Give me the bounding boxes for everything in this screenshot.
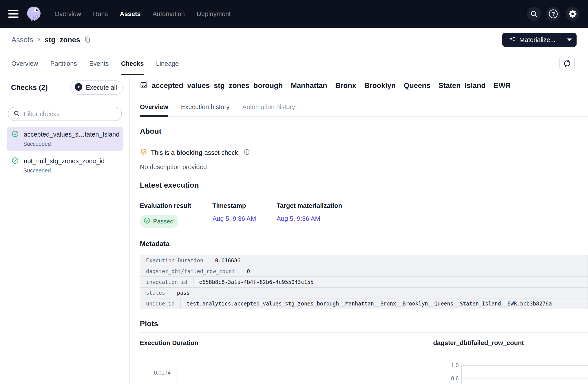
dagster-app: Overview Runs Assets Automation Deployme… bbox=[0, 0, 588, 384]
top-nav: Overview Runs Assets Automation Deployme… bbox=[0, 0, 588, 28]
metadata-row: Execution Duration 0.016686 bbox=[140, 255, 588, 266]
chart-title: Execution Duration bbox=[140, 339, 424, 347]
tab-overview[interactable]: Overview bbox=[11, 52, 38, 75]
breadcrumb-bar: Assets › stg_zones Mater bbox=[0, 28, 588, 52]
gridline bbox=[177, 373, 416, 373]
gridline bbox=[296, 364, 296, 384]
metadata-value: 0 bbox=[241, 266, 588, 277]
asset-check-icon bbox=[140, 81, 147, 90]
failed-row-count-chart: dagster_dbt/failed_row_count 1.0 0.6 bbox=[433, 339, 588, 384]
gridline bbox=[461, 365, 588, 366]
checks-count-heading: Checks (2) bbox=[11, 83, 48, 92]
metadata-key: status bbox=[140, 288, 171, 298]
materialize-split-button: Materialize... bbox=[502, 33, 577, 47]
blocking-check-row: This is a blocking asset check. bbox=[140, 148, 588, 157]
metadata-key: dagster_dbt/failed_row_count bbox=[140, 266, 241, 277]
about-heading: About bbox=[140, 127, 588, 135]
y-axis-tick: 0.0174 bbox=[140, 369, 171, 376]
checks-sidebar: Checks (2) Execute all bbox=[0, 75, 130, 384]
metadata-value: 0.016686 bbox=[209, 255, 588, 266]
gear-icon bbox=[568, 9, 577, 19]
info-icon[interactable] bbox=[243, 149, 250, 157]
nav-item-overview[interactable]: Overview bbox=[55, 10, 81, 18]
metadata-row: invocation_id e658b8c8-3a1a-4b4f-82b6-4c… bbox=[140, 277, 588, 288]
execution-duration-chart: Execution Duration 0.0174 bbox=[140, 339, 424, 384]
nav-item-runs[interactable]: Runs bbox=[93, 10, 108, 18]
search-button[interactable] bbox=[527, 7, 541, 21]
execute-all-label: Execute all bbox=[86, 84, 117, 91]
metadata-key: unique_id bbox=[140, 299, 181, 309]
check-name: accepted_values_s…taten_Island_ bbox=[24, 131, 119, 138]
target-materialization-link[interactable]: Aug 5, 9:36 AM bbox=[277, 215, 320, 222]
timestamp-header: Timestamp bbox=[212, 202, 277, 209]
refresh-button[interactable] bbox=[559, 56, 575, 71]
breadcrumb-assets-link[interactable]: Assets bbox=[11, 36, 33, 44]
check-success-icon bbox=[11, 130, 19, 139]
filter-checks-input[interactable] bbox=[24, 110, 117, 118]
metadata-table: Execution Duration 0.016686 dagster_dbt/… bbox=[140, 255, 588, 309]
section-divider bbox=[140, 194, 588, 194]
metadata-key: invocation_id bbox=[140, 277, 193, 287]
main-nav-links: Overview Runs Assets Automation Deployme… bbox=[55, 10, 231, 18]
tab-automation-history[interactable]: Automation history bbox=[242, 103, 295, 116]
tab-checks[interactable]: Checks bbox=[121, 52, 144, 75]
nav-item-deployment[interactable]: Deployment bbox=[197, 10, 231, 18]
metadata-key: Execution Duration bbox=[140, 255, 209, 266]
checks-list: accepted_values_s…taten_Island_ Succeede… bbox=[0, 100, 129, 178]
search-icon bbox=[530, 10, 538, 18]
section-divider bbox=[140, 140, 588, 140]
hamburger-menu-button[interactable] bbox=[8, 10, 19, 18]
section-divider bbox=[140, 332, 588, 333]
play-icon bbox=[74, 83, 83, 93]
materialize-dropdown-button[interactable] bbox=[562, 33, 577, 47]
y-axis-tick: 1.0 bbox=[433, 362, 459, 368]
check-list-item-accepted-values[interactable]: accepted_values_s…taten_Island_ Succeede… bbox=[7, 127, 123, 151]
check-detail-panel: accepted_values_stg_zones_borough__Manha… bbox=[130, 75, 588, 384]
detail-tab-bar: Overview Execution history Automation hi… bbox=[140, 103, 588, 117]
nav-item-assets[interactable]: Assets bbox=[120, 10, 141, 18]
tab-events[interactable]: Events bbox=[89, 52, 109, 75]
metadata-heading: Metadata bbox=[140, 240, 588, 248]
check-title: accepted_values_stg_zones_borough__Manha… bbox=[152, 81, 511, 90]
copy-button[interactable] bbox=[84, 36, 91, 44]
target-materialization-header: Target materialization bbox=[277, 202, 342, 209]
check-status: Succeeded bbox=[23, 141, 119, 147]
tab-lineage[interactable]: Lineage bbox=[156, 52, 179, 75]
plots-row: Execution Duration 0.0174 dagster_dbt/fa… bbox=[140, 339, 588, 384]
asset-tab-bar: Overview Partitions Events Checks Lineag… bbox=[0, 52, 588, 75]
dagster-logo-icon[interactable] bbox=[25, 5, 43, 23]
execute-all-button[interactable]: Execute all bbox=[70, 81, 124, 95]
content-area: Checks (2) Execute all bbox=[0, 75, 588, 384]
help-icon: ? bbox=[549, 9, 558, 18]
sparkle-icon bbox=[508, 35, 516, 44]
gridline bbox=[461, 379, 588, 379]
metadata-value: e658b8c8-3a1a-4b4f-82b6-4c955043c155 bbox=[193, 277, 588, 287]
metadata-row: dagster_dbt/failed_row_count 0 bbox=[140, 266, 588, 277]
tab-partitions[interactable]: Partitions bbox=[50, 52, 77, 75]
check-name: not_null_stg_zones_zone_id bbox=[24, 157, 105, 165]
plots-heading: Plots bbox=[140, 319, 588, 328]
gridline bbox=[177, 364, 177, 384]
metadata-value: test.analytics.accepted_values_stg_zones… bbox=[181, 299, 588, 309]
y-axis-tick: 0.6 bbox=[433, 375, 459, 382]
check-success-icon bbox=[143, 217, 150, 226]
chevron-right-icon: › bbox=[38, 35, 40, 44]
timestamp-link[interactable]: Aug 5, 9:36 AM bbox=[212, 215, 256, 222]
help-button[interactable]: ? bbox=[546, 7, 560, 21]
filter-checks-box bbox=[8, 107, 122, 121]
materialize-button[interactable]: Materialize... bbox=[502, 33, 562, 47]
check-list-item-not-null[interactable]: not_null_stg_zones_zone_id Succeeded bbox=[7, 153, 123, 178]
gridline bbox=[415, 364, 415, 384]
blocking-text: This is a blocking asset check. bbox=[151, 149, 240, 156]
search-icon bbox=[13, 110, 20, 118]
metadata-row: status pass bbox=[140, 288, 588, 299]
nav-item-automation[interactable]: Automation bbox=[153, 10, 185, 18]
description-text: No description provided bbox=[140, 163, 588, 171]
evaluation-result-header: Evaluation result bbox=[140, 202, 212, 209]
page-title: stg_zones bbox=[45, 36, 80, 44]
tab-execution-history[interactable]: Execution history bbox=[181, 103, 230, 116]
tab-detail-overview[interactable]: Overview bbox=[140, 103, 168, 116]
passed-badge: Passed bbox=[140, 215, 178, 228]
settings-button[interactable] bbox=[566, 7, 580, 21]
check-title-row: accepted_values_stg_zones_borough__Manha… bbox=[140, 81, 588, 90]
